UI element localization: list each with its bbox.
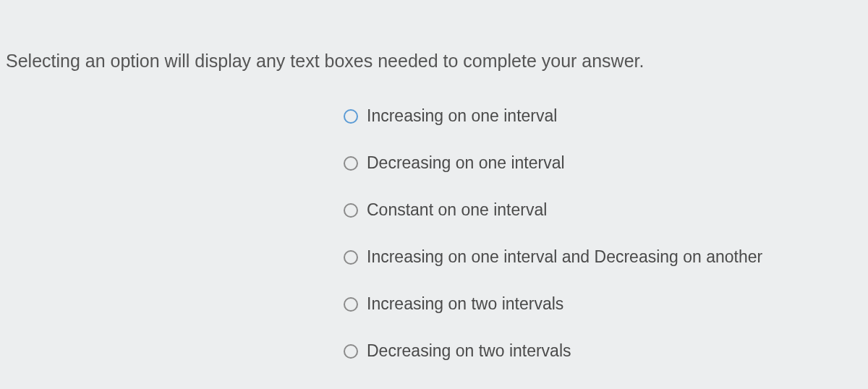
instruction-text: Selecting an option will display any tex… <box>0 51 868 72</box>
option-increasing-one[interactable]: Increasing on one interval <box>344 106 868 126</box>
option-label: Increasing on one interval <box>367 106 557 126</box>
option-increasing-two[interactable]: Increasing on two intervals <box>344 294 868 314</box>
radio-icon <box>344 297 358 312</box>
option-label: Decreasing on two intervals <box>367 341 571 361</box>
option-increasing-decreasing[interactable]: Increasing on one interval and Decreasin… <box>344 247 868 267</box>
option-decreasing-one[interactable]: Decreasing on one interval <box>344 153 868 173</box>
radio-icon <box>344 203 358 218</box>
option-label: Increasing on one interval and Decreasin… <box>367 247 762 267</box>
option-label: Decreasing on one interval <box>367 153 565 173</box>
radio-icon <box>344 344 358 359</box>
radio-icon <box>344 156 358 171</box>
radio-icon <box>344 109 358 124</box>
options-group: Increasing on one interval Decreasing on… <box>344 106 868 361</box>
option-label: Constant on one interval <box>367 200 547 220</box>
option-constant-one[interactable]: Constant on one interval <box>344 200 868 220</box>
option-label: Increasing on two intervals <box>367 294 563 314</box>
option-decreasing-two[interactable]: Decreasing on two intervals <box>344 341 868 361</box>
radio-icon <box>344 250 358 265</box>
